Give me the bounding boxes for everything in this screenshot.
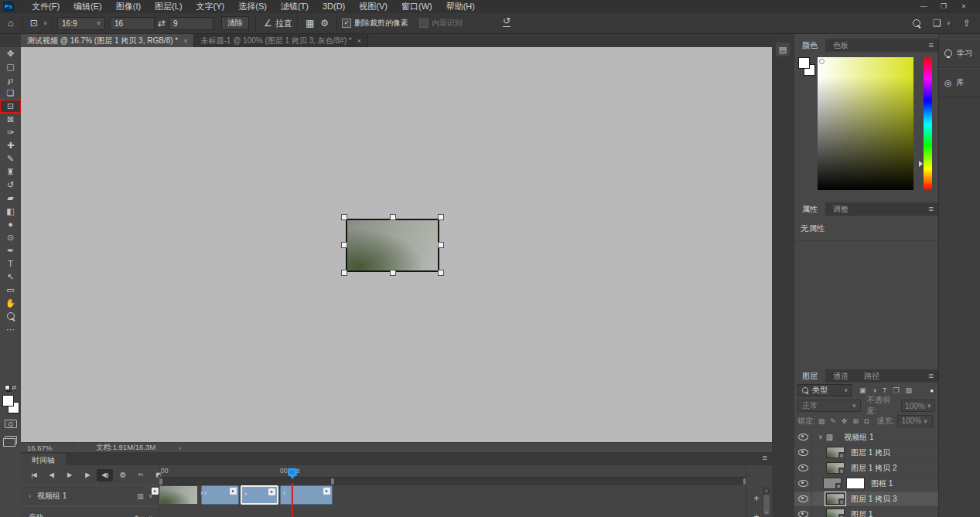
- clip-properties-button[interactable]: ▸: [230, 488, 237, 495]
- reset-icon[interactable]: ↺: [503, 15, 510, 27]
- lock-icon[interactable]: Ω: [864, 417, 869, 425]
- saturation-brightness-box[interactable]: [818, 57, 913, 190]
- filter-icon[interactable]: ▧: [906, 386, 913, 394]
- layer-row[interactable]: ∨ ▥ ▥ ⊠ 图框 1: [794, 476, 938, 491]
- search-icon[interactable]: [913, 19, 920, 27]
- screen-mode-button[interactable]: [5, 436, 17, 444]
- clip-chevron-icon[interactable]: ›: [204, 489, 207, 497]
- timeline-clip[interactable]: › ▸: [159, 485, 161, 505]
- default-colors-icon[interactable]: [5, 385, 10, 390]
- transport-button[interactable]: |▶: [79, 469, 95, 481]
- visibility-toggle[interactable]: [794, 430, 812, 444]
- color-picker-dot[interactable]: [819, 59, 825, 64]
- transport-button[interactable]: ◀)): [97, 469, 113, 481]
- menu-item[interactable]: 图像(I): [109, 0, 148, 13]
- audio-track-header[interactable]: 音轨 ◀)) ♪ ∨: [21, 506, 159, 517]
- type-tool[interactable]: T: [0, 257, 21, 270]
- layer-row[interactable]: ∨ ▥ ▥ ⊠ 视频组 1: [794, 430, 938, 445]
- transport-button[interactable]: ◀|: [43, 469, 60, 481]
- transport-button[interactable]: |◀: [26, 469, 42, 481]
- object-selection-tool[interactable]: ❏: [0, 87, 21, 100]
- scroll-up-icon[interactable]: ∧: [763, 488, 770, 493]
- status-expand-icon[interactable]: ›: [179, 444, 181, 452]
- pen-tool[interactable]: ✒: [0, 244, 21, 257]
- frame-tool[interactable]: ⊠: [0, 113, 21, 126]
- playhead[interactable]: [288, 468, 297, 476]
- panel-tab[interactable]: 颜色: [794, 39, 825, 52]
- window-control-icon[interactable]: ❐: [934, 0, 954, 13]
- frame-thumbnail[interactable]: ⊠: [823, 478, 842, 489]
- crop-handle[interactable]: [341, 270, 347, 276]
- menu-item[interactable]: 图层(L): [148, 0, 189, 13]
- scroll-down-icon[interactable]: ∨: [763, 509, 770, 515]
- edit-toolbar-button[interactable]: ⋯: [0, 323, 21, 336]
- zoom-tool[interactable]: [0, 310, 21, 323]
- crop-handle[interactable]: [438, 214, 444, 220]
- menu-item[interactable]: 帮助(H): [439, 0, 482, 13]
- crop-handle[interactable]: [438, 242, 444, 248]
- learn-panel-button[interactable]: 学习: [939, 39, 980, 68]
- foreground-color-swatch[interactable]: [2, 395, 14, 406]
- chevron-down-icon[interactable]: ∨: [43, 20, 47, 26]
- healing-brush-tool[interactable]: ✚: [0, 139, 21, 152]
- history-panel-icon[interactable]: ▤: [776, 43, 790, 56]
- transport-button[interactable]: ✂: [132, 469, 149, 481]
- crop-handle[interactable]: [390, 270, 396, 276]
- panel-tab[interactable]: 路径: [856, 369, 887, 383]
- menu-item[interactable]: 窗口(W): [394, 0, 439, 13]
- foreground-color-swatch[interactable]: [798, 57, 810, 69]
- panel-menu-icon[interactable]: ≡: [763, 453, 767, 462]
- clip-properties-button[interactable]: ▸: [152, 488, 159, 495]
- panel-tab[interactable]: 通道: [825, 369, 856, 383]
- clip-chevron-icon[interactable]: ›: [200, 489, 203, 497]
- clip-chevron-icon[interactable]: ›: [244, 490, 247, 498]
- move-tool[interactable]: ✥: [0, 47, 21, 60]
- panel-tab[interactable]: 图层: [794, 369, 825, 383]
- path-selection-tool[interactable]: ↖: [0, 270, 21, 284]
- visibility-toggle[interactable]: [794, 476, 812, 491]
- film-icon[interactable]: ▥: [137, 492, 144, 500]
- delete-cropped-pixels-label[interactable]: 删除裁剪的像素: [354, 18, 408, 29]
- lasso-tool[interactable]: ℘: [0, 73, 21, 87]
- swap-dimensions-icon[interactable]: ⇄: [155, 14, 169, 32]
- quick-mask-button[interactable]: [5, 420, 17, 428]
- crop-height-input[interactable]: [169, 17, 213, 30]
- work-area-start-handle[interactable]: [159, 478, 162, 485]
- crop-handle[interactable]: [438, 270, 444, 276]
- overlay-options-icon[interactable]: ▦: [302, 14, 317, 32]
- history-brush-tool[interactable]: ↺: [0, 179, 21, 192]
- chevron-icon[interactable]: ›: [29, 492, 31, 500]
- layer-thumbnail[interactable]: ▥: [826, 508, 845, 517]
- document-tab[interactable]: 测试视频 @ 16.7% (图层 1 拷贝 3, RGB/8) * ×: [21, 34, 194, 47]
- filter-icon[interactable]: ◑: [872, 386, 876, 394]
- lock-icon[interactable]: ✥: [842, 417, 848, 425]
- video-track-header[interactable]: › 视频组 1 ▥ ∨: [21, 485, 159, 507]
- lock-icon[interactable]: ▨: [818, 417, 825, 425]
- panel-tab[interactable]: 色板: [825, 39, 856, 52]
- visibility-toggle[interactable]: [794, 461, 812, 475]
- filter-icon[interactable]: ❒: [893, 386, 899, 394]
- crop-settings-gear-icon[interactable]: ⚙: [317, 14, 332, 32]
- color-swatches[interactable]: [2, 395, 19, 413]
- delete-cropped-pixels-checkbox[interactable]: ✓: [342, 19, 351, 28]
- menu-item[interactable]: 滤镜(T): [274, 0, 316, 13]
- workspace-icon[interactable]: ❏: [930, 14, 944, 32]
- filter-icon[interactable]: T: [883, 386, 887, 394]
- clip-properties-button[interactable]: ▸: [323, 488, 330, 495]
- menu-item[interactable]: 编辑(E): [67, 0, 109, 13]
- visibility-toggle[interactable]: [794, 445, 812, 460]
- lock-icon[interactable]: ⊞: [852, 417, 859, 425]
- timeline-clip[interactable]: › ▸: [201, 485, 239, 505]
- layer-row[interactable]: ∨ ▥ ▥ ⊠ 图层 1 拷贝 3: [794, 491, 938, 507]
- crop-handle[interactable]: [341, 242, 347, 248]
- close-icon[interactable]: ×: [183, 37, 187, 45]
- filter-icon[interactable]: ▣: [859, 386, 866, 394]
- transport-button[interactable]: ▶: [61, 469, 77, 481]
- visibility-toggle[interactable]: [794, 491, 812, 506]
- clip-properties-button[interactable]: ▸: [268, 488, 275, 495]
- crop-tool[interactable]: ⊡: [0, 100, 21, 113]
- window-control-icon[interactable]: —: [913, 0, 934, 13]
- menu-item[interactable]: 视图(V): [352, 0, 394, 13]
- dodge-tool[interactable]: ⊙: [0, 231, 21, 244]
- add-audio-button[interactable]: +: [751, 512, 762, 517]
